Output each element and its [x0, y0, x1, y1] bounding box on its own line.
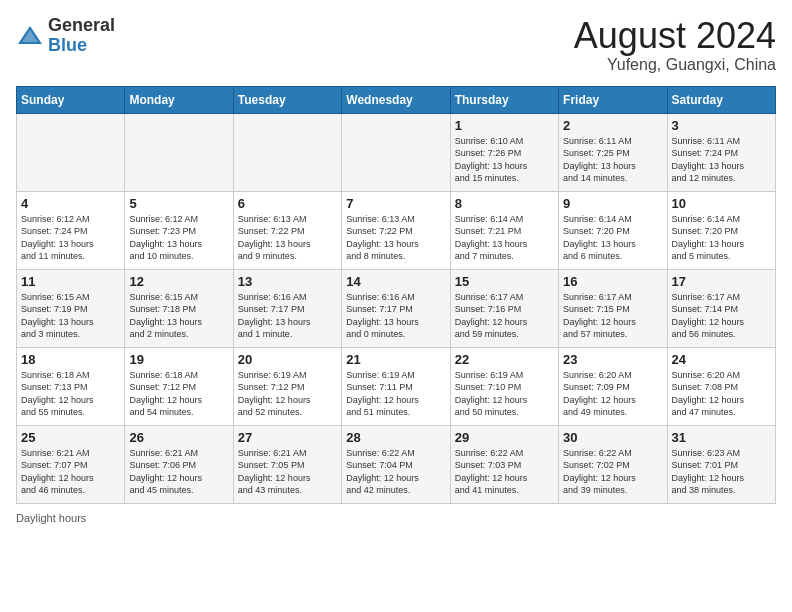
day-info: Sunrise: 6:22 AM Sunset: 7:04 PM Dayligh… — [346, 447, 445, 497]
calendar-cell: 14Sunrise: 6:16 AM Sunset: 7:17 PM Dayli… — [342, 269, 450, 347]
day-number: 2 — [563, 118, 662, 133]
calendar-cell: 28Sunrise: 6:22 AM Sunset: 7:04 PM Dayli… — [342, 425, 450, 503]
day-info: Sunrise: 6:20 AM Sunset: 7:08 PM Dayligh… — [672, 369, 771, 419]
day-info: Sunrise: 6:14 AM Sunset: 7:21 PM Dayligh… — [455, 213, 554, 263]
month-year-title: August 2024 — [574, 16, 776, 56]
page-header: General Blue August 2024 Yufeng, Guangxi… — [16, 16, 776, 74]
logo-icon — [16, 22, 44, 50]
calendar-cell: 2Sunrise: 6:11 AM Sunset: 7:25 PM Daylig… — [559, 113, 667, 191]
day-number: 24 — [672, 352, 771, 367]
calendar-cell: 26Sunrise: 6:21 AM Sunset: 7:06 PM Dayli… — [125, 425, 233, 503]
daylight-label: Daylight hours — [16, 512, 86, 524]
day-info: Sunrise: 6:12 AM Sunset: 7:23 PM Dayligh… — [129, 213, 228, 263]
calendar-table: SundayMondayTuesdayWednesdayThursdayFrid… — [16, 86, 776, 504]
calendar-cell: 23Sunrise: 6:20 AM Sunset: 7:09 PM Dayli… — [559, 347, 667, 425]
days-header-row: SundayMondayTuesdayWednesdayThursdayFrid… — [17, 86, 776, 113]
calendar-cell — [233, 113, 341, 191]
week-row-4: 18Sunrise: 6:18 AM Sunset: 7:13 PM Dayli… — [17, 347, 776, 425]
day-info: Sunrise: 6:19 AM Sunset: 7:11 PM Dayligh… — [346, 369, 445, 419]
day-number: 3 — [672, 118, 771, 133]
day-number: 28 — [346, 430, 445, 445]
day-info: Sunrise: 6:23 AM Sunset: 7:01 PM Dayligh… — [672, 447, 771, 497]
day-number: 31 — [672, 430, 771, 445]
calendar-cell: 21Sunrise: 6:19 AM Sunset: 7:11 PM Dayli… — [342, 347, 450, 425]
day-number: 14 — [346, 274, 445, 289]
day-number: 4 — [21, 196, 120, 211]
day-number: 1 — [455, 118, 554, 133]
day-info: Sunrise: 6:18 AM Sunset: 7:13 PM Dayligh… — [21, 369, 120, 419]
day-info: Sunrise: 6:22 AM Sunset: 7:03 PM Dayligh… — [455, 447, 554, 497]
week-row-5: 25Sunrise: 6:21 AM Sunset: 7:07 PM Dayli… — [17, 425, 776, 503]
calendar-cell: 13Sunrise: 6:16 AM Sunset: 7:17 PM Dayli… — [233, 269, 341, 347]
day-info: Sunrise: 6:19 AM Sunset: 7:10 PM Dayligh… — [455, 369, 554, 419]
day-info: Sunrise: 6:12 AM Sunset: 7:24 PM Dayligh… — [21, 213, 120, 263]
calendar-cell: 22Sunrise: 6:19 AM Sunset: 7:10 PM Dayli… — [450, 347, 558, 425]
calendar-cell: 12Sunrise: 6:15 AM Sunset: 7:18 PM Dayli… — [125, 269, 233, 347]
day-number: 5 — [129, 196, 228, 211]
day-number: 23 — [563, 352, 662, 367]
day-info: Sunrise: 6:15 AM Sunset: 7:19 PM Dayligh… — [21, 291, 120, 341]
calendar-cell — [125, 113, 233, 191]
day-number: 22 — [455, 352, 554, 367]
week-row-1: 1Sunrise: 6:10 AM Sunset: 7:26 PM Daylig… — [17, 113, 776, 191]
calendar-cell: 4Sunrise: 6:12 AM Sunset: 7:24 PM Daylig… — [17, 191, 125, 269]
calendar-cell: 17Sunrise: 6:17 AM Sunset: 7:14 PM Dayli… — [667, 269, 775, 347]
day-number: 20 — [238, 352, 337, 367]
day-number: 8 — [455, 196, 554, 211]
day-info: Sunrise: 6:11 AM Sunset: 7:25 PM Dayligh… — [563, 135, 662, 185]
day-info: Sunrise: 6:21 AM Sunset: 7:06 PM Dayligh… — [129, 447, 228, 497]
day-info: Sunrise: 6:15 AM Sunset: 7:18 PM Dayligh… — [129, 291, 228, 341]
day-info: Sunrise: 6:11 AM Sunset: 7:24 PM Dayligh… — [672, 135, 771, 185]
day-number: 9 — [563, 196, 662, 211]
day-info: Sunrise: 6:13 AM Sunset: 7:22 PM Dayligh… — [238, 213, 337, 263]
day-number: 11 — [21, 274, 120, 289]
day-number: 7 — [346, 196, 445, 211]
calendar-cell: 25Sunrise: 6:21 AM Sunset: 7:07 PM Dayli… — [17, 425, 125, 503]
calendar-cell: 31Sunrise: 6:23 AM Sunset: 7:01 PM Dayli… — [667, 425, 775, 503]
calendar-cell: 15Sunrise: 6:17 AM Sunset: 7:16 PM Dayli… — [450, 269, 558, 347]
day-number: 19 — [129, 352, 228, 367]
day-info: Sunrise: 6:18 AM Sunset: 7:12 PM Dayligh… — [129, 369, 228, 419]
day-header-saturday: Saturday — [667, 86, 775, 113]
day-info: Sunrise: 6:22 AM Sunset: 7:02 PM Dayligh… — [563, 447, 662, 497]
day-info: Sunrise: 6:21 AM Sunset: 7:05 PM Dayligh… — [238, 447, 337, 497]
calendar-cell: 29Sunrise: 6:22 AM Sunset: 7:03 PM Dayli… — [450, 425, 558, 503]
calendar-cell: 9Sunrise: 6:14 AM Sunset: 7:20 PM Daylig… — [559, 191, 667, 269]
day-number: 16 — [563, 274, 662, 289]
calendar-cell — [17, 113, 125, 191]
calendar-cell: 16Sunrise: 6:17 AM Sunset: 7:15 PM Dayli… — [559, 269, 667, 347]
day-info: Sunrise: 6:17 AM Sunset: 7:14 PM Dayligh… — [672, 291, 771, 341]
day-info: Sunrise: 6:19 AM Sunset: 7:12 PM Dayligh… — [238, 369, 337, 419]
day-number: 6 — [238, 196, 337, 211]
day-header-wednesday: Wednesday — [342, 86, 450, 113]
calendar-cell: 6Sunrise: 6:13 AM Sunset: 7:22 PM Daylig… — [233, 191, 341, 269]
day-info: Sunrise: 6:16 AM Sunset: 7:17 PM Dayligh… — [346, 291, 445, 341]
day-info: Sunrise: 6:17 AM Sunset: 7:15 PM Dayligh… — [563, 291, 662, 341]
calendar-cell: 10Sunrise: 6:14 AM Sunset: 7:20 PM Dayli… — [667, 191, 775, 269]
day-number: 17 — [672, 274, 771, 289]
day-info: Sunrise: 6:20 AM Sunset: 7:09 PM Dayligh… — [563, 369, 662, 419]
week-row-3: 11Sunrise: 6:15 AM Sunset: 7:19 PM Dayli… — [17, 269, 776, 347]
day-number: 12 — [129, 274, 228, 289]
calendar-cell: 5Sunrise: 6:12 AM Sunset: 7:23 PM Daylig… — [125, 191, 233, 269]
title-block: August 2024 Yufeng, Guangxi, China — [574, 16, 776, 74]
day-info: Sunrise: 6:13 AM Sunset: 7:22 PM Dayligh… — [346, 213, 445, 263]
day-header-monday: Monday — [125, 86, 233, 113]
week-row-2: 4Sunrise: 6:12 AM Sunset: 7:24 PM Daylig… — [17, 191, 776, 269]
day-number: 15 — [455, 274, 554, 289]
day-number: 13 — [238, 274, 337, 289]
day-info: Sunrise: 6:10 AM Sunset: 7:26 PM Dayligh… — [455, 135, 554, 185]
day-info: Sunrise: 6:17 AM Sunset: 7:16 PM Dayligh… — [455, 291, 554, 341]
day-number: 27 — [238, 430, 337, 445]
day-number: 25 — [21, 430, 120, 445]
day-number: 26 — [129, 430, 228, 445]
day-number: 30 — [563, 430, 662, 445]
calendar-cell: 3Sunrise: 6:11 AM Sunset: 7:24 PM Daylig… — [667, 113, 775, 191]
calendar-cell — [342, 113, 450, 191]
day-header-tuesday: Tuesday — [233, 86, 341, 113]
logo-blue-text: Blue — [48, 35, 87, 55]
calendar-cell: 30Sunrise: 6:22 AM Sunset: 7:02 PM Dayli… — [559, 425, 667, 503]
day-number: 10 — [672, 196, 771, 211]
day-number: 29 — [455, 430, 554, 445]
calendar-cell: 7Sunrise: 6:13 AM Sunset: 7:22 PM Daylig… — [342, 191, 450, 269]
